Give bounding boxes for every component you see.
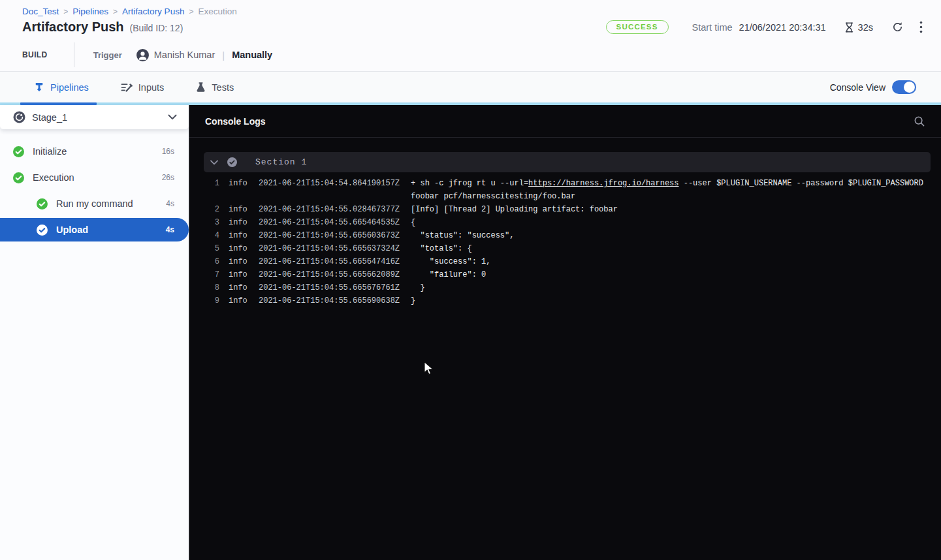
tests-icon [196, 82, 206, 93]
stage-name: Stage_1 [32, 112, 67, 123]
log-link[interactable]: https://harness.jfrog.io/harness [528, 179, 678, 188]
log-message: [Info] [Thread 2] Uploading artifact: fo… [411, 203, 931, 216]
console-header: Console Logs [189, 105, 941, 138]
log-message: "status": "success", [411, 229, 931, 242]
log-section-header[interactable]: Section 1 [204, 152, 931, 172]
stage-sidebar: Stage_1 Initialize16sExecution26sRun my … [0, 105, 189, 560]
refresh-button[interactable] [891, 21, 904, 33]
log-timestamp: 2021-06-21T15:04:55.665662089Z [259, 268, 400, 281]
breadcrumb-item-doc-test[interactable]: Doc_Test [22, 7, 59, 16]
hourglass-icon [844, 22, 855, 33]
log-message: "totals": { [411, 242, 931, 255]
tab-bar: PipelinesInputsTests Console View [0, 72, 941, 105]
pipeline-icon [34, 82, 44, 93]
log-timestamp: 2021-06-21T15:04:55.028467377Z [259, 203, 400, 216]
log-level: info [229, 268, 248, 281]
breadcrumb-item-artifactory-push[interactable]: Artifactory Push [122, 7, 184, 16]
step-label: Run my command [56, 198, 133, 209]
step-duration: 16s [162, 147, 174, 156]
breadcrumb-item-execution: Execution [198, 7, 236, 16]
step-label: Upload [56, 225, 88, 235]
log-text: "success": 1, [411, 257, 490, 266]
step-execution[interactable]: Execution26s [0, 164, 189, 191]
breadcrumb-item-pipelines[interactable]: Pipelines [72, 7, 108, 16]
log-row: 1info2021-06-21T15:04:54.864190157Z+ sh … [204, 177, 931, 203]
log-text: } [411, 296, 415, 305]
avatar-icon [136, 49, 149, 61]
chevron-down-icon [210, 160, 218, 165]
pipe-separator: | [222, 50, 225, 61]
log-level: info [229, 242, 248, 255]
section-label: Section 1 [255, 157, 307, 167]
log-timestamp: 2021-06-21T15:04:55.665464535Z [259, 216, 400, 229]
log-text: } [411, 283, 425, 292]
log-level: info [229, 216, 248, 229]
header-right-group: SUCCESS Start time 21/06/2021 20:34:31 3… [606, 20, 923, 34]
log-text: { [411, 218, 415, 227]
log-text: [Info] [Thread 2] Uploading artifact: fo… [411, 205, 618, 214]
execution-header: Doc_Test>Pipelines>Artifactory Push>Exec… [0, 0, 941, 72]
tab-pipelines[interactable]: Pipelines [34, 82, 89, 93]
step-success-icon [37, 225, 48, 236]
start-time-value: 21/06/2021 20:34:31 [739, 22, 826, 33]
log-lines: 1info2021-06-21T15:04:54.864190157Z+ sh … [204, 177, 931, 307]
step-run-my-command[interactable]: Run my command4s [0, 191, 189, 217]
log-text: "totals": { [411, 244, 472, 253]
step-duration: 4s [166, 225, 174, 234]
log-line-number: 6 [210, 255, 219, 268]
log-text: "failure": 0 [411, 270, 486, 279]
log-message: + sh -c jfrog rt u --url=https://harness… [411, 177, 931, 203]
log-line-number: 1 [210, 177, 219, 190]
tab-label: Inputs [138, 82, 165, 93]
trigger-user: Manish Kumar [154, 50, 215, 60]
step-label: Initialize [33, 146, 67, 157]
log-row: 3info2021-06-21T15:04:55.665464535Z{ [204, 216, 931, 229]
log-level: info [229, 177, 248, 190]
build-id-label: (Build ID: 12) [130, 23, 183, 33]
step-initialize[interactable]: Initialize16s [0, 138, 189, 164]
log-message: } [411, 294, 931, 307]
step-duration: 26s [162, 173, 174, 182]
console-view-toggle[interactable] [892, 80, 916, 94]
step-upload[interactable]: Upload4s [0, 218, 189, 241]
tab-label: Tests [212, 82, 234, 93]
log-level: info [229, 255, 248, 268]
status-badge: SUCCESS [606, 20, 669, 34]
breadcrumb-separator: > [63, 7, 68, 16]
toggle-knob [904, 82, 915, 93]
log-level: info [229, 281, 248, 294]
log-timestamp: 2021-06-21T15:04:55.665603673Z [259, 229, 400, 242]
step-success-icon [37, 198, 48, 210]
stage-selector[interactable]: Stage_1 [0, 105, 189, 129]
tab-label: Pipelines [50, 82, 89, 93]
log-message: { [411, 216, 931, 229]
tab-inputs[interactable]: Inputs [121, 82, 165, 93]
log-message: "failure": 0 [411, 268, 931, 281]
log-line-number: 5 [210, 242, 219, 255]
vertical-divider [74, 42, 74, 67]
step-duration: 4s [166, 199, 174, 208]
step-label: Execution [33, 172, 74, 183]
start-time-label: Start time [692, 22, 733, 33]
log-level: info [229, 203, 248, 216]
active-tab-underline [20, 102, 97, 105]
log-level: info [229, 294, 248, 307]
log-line-number: 4 [210, 229, 219, 242]
log-line-number: 8 [210, 281, 219, 294]
breadcrumb: Doc_Test>Pipelines>Artifactory Push>Exec… [22, 0, 941, 16]
log-message: "success": 1, [411, 255, 931, 268]
stage-icon [13, 111, 25, 123]
log-row: 7info2021-06-21T15:04:55.665662089Z "fai… [204, 268, 931, 281]
log-row: 4info2021-06-21T15:04:55.665603673Z "sta… [204, 229, 931, 242]
step-success-icon [13, 172, 24, 183]
log-level: info [229, 229, 248, 242]
page-title: Artifactory Push [22, 20, 124, 35]
search-icon[interactable] [914, 116, 925, 127]
log-line-number: 2 [210, 203, 219, 216]
tab-tests[interactable]: Tests [196, 82, 234, 93]
trigger-label: Trigger [93, 50, 122, 60]
console-body: Section 1 1info2021-06-21T15:04:54.86419… [189, 138, 941, 307]
log-timestamp: 2021-06-21T15:04:55.665647416Z [259, 255, 400, 268]
console-view-control: Console View [830, 80, 916, 94]
kebab-menu-button[interactable] [919, 21, 923, 33]
